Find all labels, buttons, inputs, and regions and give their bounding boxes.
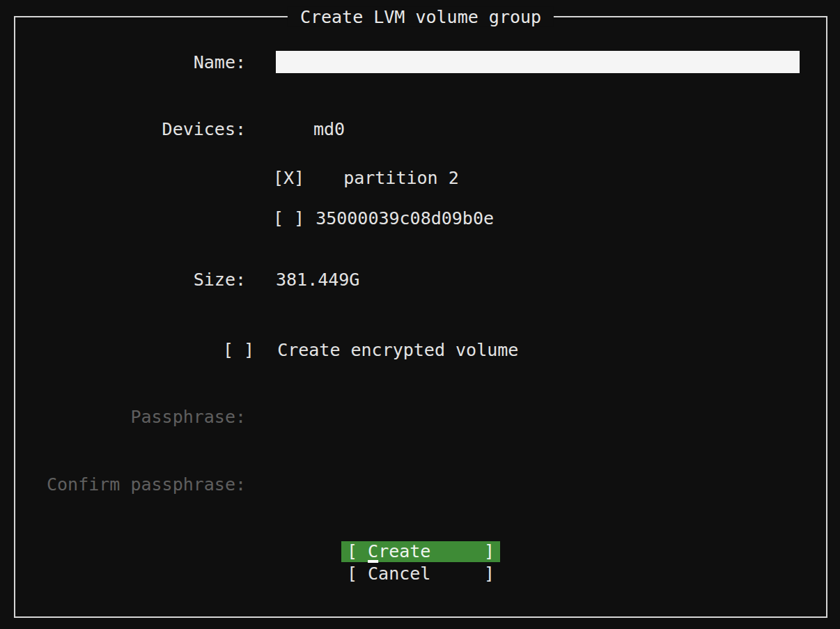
create-encrypted-volume-label: Create encrypted volume xyxy=(277,341,518,360)
create-button-bracket-open: [ xyxy=(347,541,357,562)
size-field-label: Size: xyxy=(14,270,246,290)
device-md0-label: md0 xyxy=(313,120,345,139)
size-value: 381.449G xyxy=(276,270,359,290)
create-encrypted-volume-checkbox-row[interactable]: [ ] Create encrypted volume xyxy=(223,341,518,360)
installer-screen: Create LVM volume group Name: systemvg D… xyxy=(0,0,840,629)
create-encrypted-volume-checkbox: [ ] xyxy=(223,341,254,360)
dialog-frame xyxy=(14,16,827,618)
partition-2-checkbox-row[interactable]: [X] partition 2 xyxy=(273,169,459,188)
disk-wwn-checkbox: [ ] xyxy=(273,209,304,228)
passphrase-field-label: Passphrase: xyxy=(14,407,246,427)
name-field-label: Name: xyxy=(14,53,246,72)
partition-2-checkbox: [X] xyxy=(273,169,304,188)
vg-name-input[interactable]: systemvg xyxy=(276,51,800,73)
disk-wwn-checkbox-row[interactable]: [ ] 35000039c08d09b0e xyxy=(273,209,494,228)
cancel-button-bracket-close: ] xyxy=(484,564,495,584)
disk-wwn-label: 35000039c08d09b0e xyxy=(316,209,494,228)
cancel-button-label: Cancel xyxy=(368,564,484,584)
cancel-button-bracket-open: [ xyxy=(347,564,357,584)
dialog-title: Create LVM volume group xyxy=(288,7,554,27)
confirm-passphrase-field-label: Confirm passphrase: xyxy=(14,475,246,495)
create-button-label: Create xyxy=(368,541,484,562)
cancel-button[interactable]: [ Cancel ] xyxy=(341,564,500,584)
create-button-bracket-close: ] xyxy=(484,541,495,562)
create-button[interactable]: [ Create ] xyxy=(341,541,500,562)
partition-2-label: partition 2 xyxy=(343,169,459,188)
devices-field-label: Devices: xyxy=(14,120,246,139)
